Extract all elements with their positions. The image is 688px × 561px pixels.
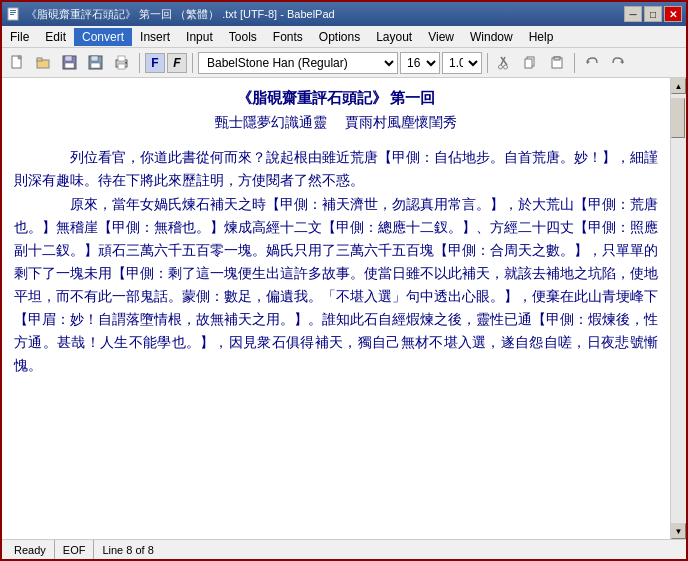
spacing-selector[interactable]: 1.0 <box>442 52 482 74</box>
menu-convert[interactable]: Convert <box>74 28 132 46</box>
svg-rect-3 <box>10 14 14 15</box>
cut-button[interactable] <box>493 51 517 75</box>
svg-rect-13 <box>91 56 98 61</box>
main-window: 《脂硯齋重評石頭記》 第一回 （繁體） .txt [UTF-8] - Babel… <box>0 0 688 561</box>
title-bar: 《脂硯齋重評石頭記》 第一回 （繁體） .txt [UTF-8] - Babel… <box>2 2 686 26</box>
menu-fonts[interactable]: Fonts <box>265 28 311 46</box>
menu-view[interactable]: View <box>420 28 462 46</box>
font-btn-1[interactable]: F <box>145 53 165 73</box>
svg-rect-17 <box>118 64 125 69</box>
minimize-button[interactable]: ─ <box>624 6 642 22</box>
print-button[interactable] <box>110 51 134 75</box>
new-button[interactable] <box>6 51 30 75</box>
font-selector[interactable]: BabelStone Han (Regular) <box>198 52 398 74</box>
svg-rect-2 <box>10 12 16 13</box>
close-button[interactable]: ✕ <box>664 6 682 22</box>
paragraph-1: 列位看官，你道此書從何而來？說起根由雖近荒唐【甲側：自佔地步。自首荒唐。妙！】，… <box>14 146 658 192</box>
svg-rect-18 <box>125 62 127 64</box>
svg-marker-28 <box>587 60 590 64</box>
svg-rect-10 <box>65 56 72 61</box>
toolbar: F F BabelStone Han (Regular) 16 1.0 <box>2 48 686 78</box>
scroll-down-button[interactable]: ▼ <box>671 523 686 539</box>
svg-rect-14 <box>91 63 100 68</box>
menu-options[interactable]: Options <box>311 28 368 46</box>
main-title: 《脂硯齋重評石頭記》 第一回 <box>14 86 658 110</box>
copy-button[interactable] <box>519 51 543 75</box>
vertical-scrollbar[interactable]: ▲ ▼ <box>670 78 686 539</box>
menu-layout[interactable]: Layout <box>368 28 420 46</box>
save-as-button[interactable] <box>84 51 108 75</box>
font-btn-2[interactable]: F <box>167 53 187 73</box>
separator-4 <box>574 53 575 73</box>
text-editor[interactable]: 《脂硯齋重評石頭記》 第一回 甄士隱夢幻識通靈 賈雨村風塵懷閨秀 列位看官，你道… <box>2 78 670 539</box>
menu-insert[interactable]: Insert <box>132 28 178 46</box>
open-button[interactable] <box>32 51 56 75</box>
status-ready: Ready <box>6 540 55 559</box>
menu-help[interactable]: Help <box>521 28 562 46</box>
menu-tools[interactable]: Tools <box>221 28 265 46</box>
menu-edit[interactable]: Edit <box>37 28 74 46</box>
status-eof: EOF <box>55 540 95 559</box>
scroll-track[interactable] <box>671 94 686 523</box>
svg-rect-27 <box>554 57 560 60</box>
size-selector[interactable]: 16 <box>400 52 440 74</box>
status-bar: Ready EOF Line 8 of 8 <box>2 539 686 559</box>
undo-button[interactable] <box>580 51 604 75</box>
svg-point-22 <box>504 65 508 69</box>
window-title: 《脂硯齋重評石頭記》 第一回 （繁體） .txt [UTF-8] - Babel… <box>26 7 335 22</box>
menu-input[interactable]: Input <box>178 28 221 46</box>
scroll-up-button[interactable]: ▲ <box>671 78 686 94</box>
svg-rect-8 <box>37 58 42 61</box>
separator-2 <box>192 53 193 73</box>
subtitle: 甄士隱夢幻識通靈 賈雨村風塵懷閨秀 <box>14 112 658 134</box>
status-line-info: Line 8 of 8 <box>94 540 161 559</box>
paste-button[interactable] <box>545 51 569 75</box>
scroll-thumb[interactable] <box>671 98 685 138</box>
svg-rect-11 <box>65 63 74 68</box>
redo-button[interactable] <box>606 51 630 75</box>
title-bar-buttons: ─ □ ✕ <box>624 6 682 22</box>
menu-bar: File Edit Convert Insert Input Tools Fon… <box>2 26 686 48</box>
svg-marker-29 <box>620 60 623 64</box>
svg-rect-16 <box>118 56 125 61</box>
save-button[interactable] <box>58 51 82 75</box>
separator-3 <box>487 53 488 73</box>
svg-rect-1 <box>10 10 16 11</box>
svg-rect-24 <box>525 59 532 68</box>
separator-1 <box>139 53 140 73</box>
maximize-button[interactable]: □ <box>644 6 662 22</box>
title-bar-left: 《脂硯齋重評石頭記》 第一回 （繁體） .txt [UTF-8] - Babel… <box>6 6 335 22</box>
menu-window[interactable]: Window <box>462 28 521 46</box>
menu-file[interactable]: File <box>2 28 37 46</box>
paragraph-2: 原來，當年女媧氏煉石補天之時【甲側：補天濟世，勿認真用常言。】，於大荒山【甲側：… <box>14 193 658 378</box>
svg-point-21 <box>499 65 503 69</box>
content-area: 《脂硯齋重評石頭記》 第一回 甄士隱夢幻識通靈 賈雨村風塵懷閨秀 列位看官，你道… <box>2 78 686 539</box>
app-icon <box>6 6 22 22</box>
